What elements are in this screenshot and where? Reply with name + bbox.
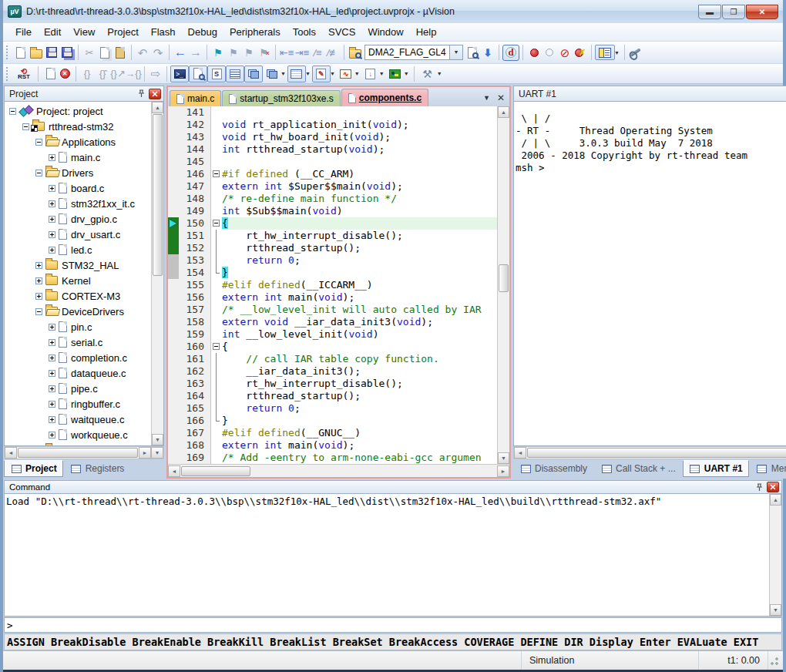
breakpoint-margin[interactable] — [168, 328, 179, 341]
debug-settings-dropdown-icon[interactable]: ▼ — [437, 71, 442, 76]
tree-item-led-c[interactable]: led.c — [5, 242, 151, 257]
breakpoint-margin[interactable] — [168, 106, 179, 119]
breakpoint-margin[interactable] — [168, 291, 179, 304]
scroll-right-icon[interactable]: ► — [497, 465, 509, 477]
kill-all-breakpoints-icon[interactable]: ✗ — [573, 45, 588, 60]
registers-window-icon[interactable] — [226, 66, 244, 82]
breakpoint-margin[interactable] — [168, 180, 179, 193]
code-text[interactable]: // call IAR table copy function. — [222, 353, 497, 365]
scroll-thumb[interactable] — [527, 448, 786, 458]
uncomment-icon[interactable]: /≢ — [325, 45, 341, 60]
scroll-up-icon[interactable]: ▲ — [770, 494, 781, 506]
tree-item-drv-gpio-c[interactable]: drv_gpio.c — [5, 211, 151, 227]
search-combobox-dropdown-icon[interactable]: ▼ — [449, 45, 462, 59]
code-line-169[interactable]: 169/* Add -eentry to arm-none-eabi-gcc a… — [168, 452, 497, 464]
undo-icon[interactable]: ↶ — [135, 45, 150, 60]
code-text[interactable]: int rtthread_startup(void); — [222, 143, 497, 156]
code-text[interactable]: int $Sub$$main(void) — [222, 205, 497, 217]
breakpoint-margin[interactable] — [168, 402, 179, 415]
toolbox-dropdown-icon[interactable]: ▼ — [404, 71, 409, 76]
code-text[interactable]: } — [222, 267, 497, 279]
tree-item-drivers[interactable]: Drivers — [5, 165, 151, 180]
scroll-right-icon[interactable]: ► — [139, 447, 151, 459]
navigate-forward-icon[interactable]: → — [188, 45, 203, 60]
code-line-153[interactable]: 153 return 0; — [168, 254, 497, 267]
breakpoint-margin[interactable] — [168, 365, 179, 378]
breakpoint-margin[interactable] — [168, 316, 179, 328]
expand-icon[interactable] — [49, 247, 55, 254]
menu-file[interactable]: File — [9, 24, 38, 40]
expand-icon[interactable] — [49, 416, 55, 423]
expand-icon[interactable] — [49, 200, 55, 207]
expand-icon[interactable] — [49, 432, 55, 438]
project-tree[interactable]: Project: projectrtthread-stm32Applicatio… — [5, 102, 151, 445]
code-text[interactable] — [222, 106, 497, 119]
collapse-icon[interactable] — [9, 108, 16, 115]
editor-tab-startup-stm32f103xe-s[interactable]: startup_stm32f103xe.s — [222, 90, 340, 106]
panel-tab-registers[interactable]: Registers — [64, 460, 131, 477]
code-text[interactable]: extern int main(void); — [222, 291, 497, 304]
window-layout-dropdown-icon[interactable]: ▼ — [614, 50, 620, 55]
expand-icon[interactable] — [49, 154, 55, 161]
menu-help[interactable]: Help — [410, 24, 443, 40]
redo-icon[interactable]: ↷ — [150, 45, 166, 60]
tree-item-project-project[interactable]: Project: project — [5, 103, 151, 119]
run-to-line-icon[interactable]: →{} — [126, 66, 141, 82]
editor-tab-main-c[interactable]: main.c — [170, 90, 221, 106]
code-line-159[interactable]: 159int __low_level_init(void) — [168, 328, 497, 341]
panel-tab-call-stack-[interactable]: Call Stack + ... — [594, 460, 682, 477]
breakpoint-margin[interactable] — [168, 156, 179, 168]
editor-vscrollbar[interactable]: ▲ ▼ — [497, 106, 509, 464]
toolbar-grip[interactable] — [6, 67, 10, 81]
code-text[interactable]: return 0; — [222, 402, 497, 415]
bookmark-prev-icon[interactable]: ⚑ — [226, 45, 241, 60]
find-in-files-icon[interactable] — [348, 45, 363, 60]
paste-icon[interactable] — [113, 45, 128, 60]
watch-window-dropdown-icon[interactable]: ▼ — [280, 71, 286, 76]
collapse-icon[interactable] — [35, 308, 42, 315]
disable-all-breakpoints-icon[interactable]: ⊘ — [557, 45, 573, 60]
memory-window-icon[interactable] — [287, 66, 306, 82]
code-text[interactable]: rtthread_startup(); — [222, 390, 497, 402]
panel-tab-disassembly[interactable]: Disassembly — [513, 460, 593, 477]
code-line-147[interactable]: 147extern int $Super$$main(void); — [168, 180, 497, 193]
tree-item-waitqueue-c[interactable]: waitqueue.c — [5, 412, 151, 427]
tree-item-ringbuffer-c[interactable]: ringbuffer.c — [5, 396, 151, 412]
code-text[interactable]: { — [222, 341, 497, 353]
close-document-icon[interactable]: ✕ — [494, 92, 508, 103]
code-text[interactable]: /* __low_level_init will auto called by … — [222, 304, 497, 316]
breakpoint-margin[interactable] — [168, 452, 179, 464]
panel-tab-memory-1[interactable]: Memory 1 — [750, 460, 786, 477]
menu-debug[interactable]: Debug — [182, 24, 223, 40]
breakpoint-margin[interactable] — [168, 267, 179, 279]
step-icon[interactable]: {} — [79, 66, 95, 82]
bookmark-next-icon[interactable]: ⚑ — [241, 45, 257, 60]
tree-item-devicedrivers[interactable]: DeviceDrivers — [5, 304, 151, 319]
panel-tab-project[interactable]: Project — [4, 460, 63, 477]
expand-icon[interactable] — [49, 401, 55, 408]
fold-collapse-icon[interactable] — [211, 168, 222, 180]
expand-icon[interactable] — [35, 293, 42, 300]
disassembly-window-icon[interactable] — [189, 66, 207, 82]
incremental-find-icon[interactable]: d — [502, 45, 519, 61]
collapse-icon[interactable] — [22, 123, 29, 130]
uart-terminal[interactable]: \ | /- RT - Thread Operating System / | … — [514, 102, 786, 445]
code-text[interactable]: { — [222, 217, 497, 230]
fold-collapse-icon[interactable] — [211, 341, 222, 353]
breakpoint-margin[interactable] — [168, 427, 179, 439]
window-layout-icon[interactable] — [595, 45, 615, 60]
scroll-up-icon[interactable]: ▲ — [152, 102, 163, 113]
code-line-155[interactable]: 155#elif defined(__ICCARM__) — [168, 279, 497, 291]
code-text[interactable]: /* Add -eentry to arm-none-eabi-gcc argu… — [222, 452, 497, 464]
find-next-icon[interactable]: ⬇ — [480, 45, 495, 60]
tree-item-cortex-m3[interactable]: CORTEX-M3 — [5, 288, 151, 304]
code-text[interactable]: rt_hw_interrupt_disable(); — [222, 230, 497, 242]
bookmark-clear-icon[interactable]: ⚑x — [257, 45, 272, 60]
code-text[interactable]: /* re-define main function */ — [222, 193, 497, 205]
code-line-151[interactable]: 151 rt_hw_interrupt_disable(); — [168, 230, 497, 242]
stop-icon[interactable]: ✕ — [57, 66, 72, 82]
analysis-window-icon[interactable]: ∿ — [337, 66, 355, 82]
code-text[interactable]: return 0; — [222, 254, 497, 267]
watch-window-icon[interactable] — [263, 66, 281, 82]
code-line-145[interactable]: 145 — [168, 156, 497, 168]
